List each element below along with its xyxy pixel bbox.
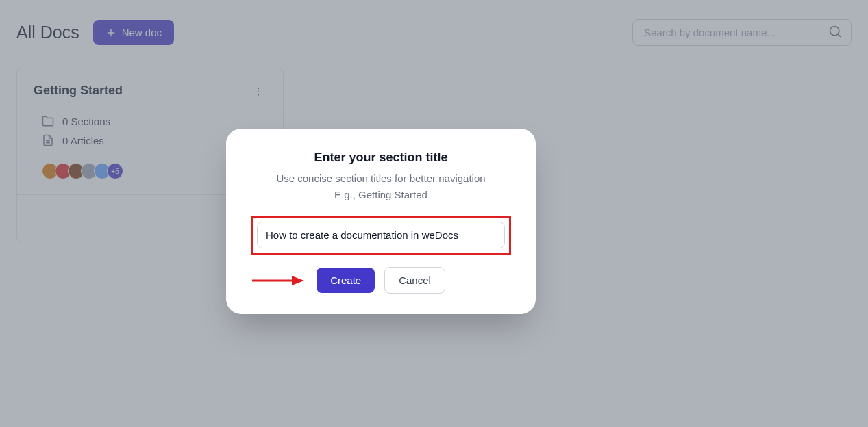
- modal-title: Enter your section title: [251, 151, 511, 165]
- modal-subtitle: Use concise section titles for better na…: [251, 170, 511, 203]
- section-title-modal: Enter your section title Use concise sec…: [226, 129, 536, 314]
- create-button[interactable]: Create: [317, 268, 375, 293]
- modal-subtitle-line1: Use concise section titles for better na…: [276, 172, 485, 184]
- modal-overlay[interactable]: Enter your section title Use concise sec…: [0, 0, 868, 427]
- modal-subtitle-line2: E.g., Getting Started: [334, 189, 427, 200]
- modal-actions: Create Cancel: [251, 267, 511, 294]
- cancel-button[interactable]: Cancel: [384, 267, 445, 294]
- section-title-input[interactable]: [257, 222, 505, 248]
- annotation-arrow-icon: [251, 274, 304, 287]
- svg-marker-12: [292, 276, 304, 285]
- annotation-highlight: [251, 216, 511, 255]
